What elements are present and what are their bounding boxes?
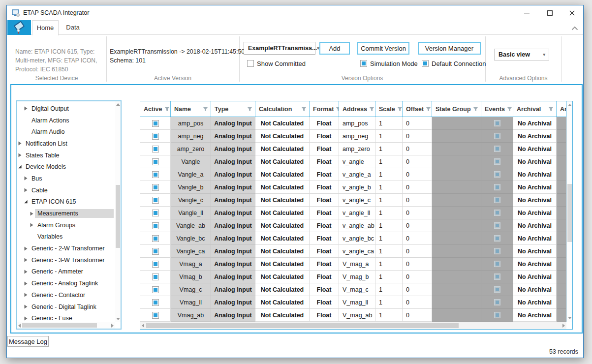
active-checkbox[interactable] <box>152 210 159 216</box>
cell-archival[interactable]: No Archival <box>513 283 557 296</box>
expander-collapsed-icon[interactable] <box>24 246 28 251</box>
filter-funnel-icon[interactable] <box>369 107 374 112</box>
cell-format[interactable]: Float <box>310 296 339 309</box>
cell-calculation[interactable]: Not Calculated <box>255 117 310 130</box>
cell-offset[interactable]: 0 <box>403 296 432 309</box>
cell-calculation[interactable]: Not Calculated <box>255 130 310 143</box>
cell-active[interactable] <box>140 181 171 194</box>
cell-scale[interactable]: 1 <box>375 283 403 296</box>
cell-active[interactable] <box>140 143 171 155</box>
cell-archival[interactable]: No Archival <box>513 271 557 283</box>
filter-funnel-icon[interactable] <box>164 107 170 112</box>
tree-item[interactable]: Alarm Audio <box>18 126 115 138</box>
cell-archival[interactable]: No Archival <box>513 258 557 271</box>
active-checkbox[interactable] <box>152 261 159 268</box>
cell-offset[interactable]: 0 <box>403 271 432 283</box>
column-header-events[interactable]: Events <box>481 101 513 117</box>
expander-expanded-icon[interactable] <box>24 199 28 204</box>
cell-offset[interactable]: 0 <box>403 207 432 219</box>
expander-collapsed-icon[interactable] <box>24 292 28 298</box>
cell-calculation[interactable]: Not Calculated <box>255 194 310 207</box>
column-header-type[interactable]: Type <box>211 101 255 117</box>
expander-collapsed-icon[interactable] <box>18 141 22 146</box>
simulation-mode-checkbox[interactable]: Simulation Mode <box>360 60 418 67</box>
tree-item[interactable]: Generic - 2-W Transformer <box>18 243 115 254</box>
tree-item[interactable]: Generic - Digital Taglink <box>18 301 115 313</box>
cell-archival[interactable]: No Archival <box>513 232 557 245</box>
cell-offset[interactable]: 0 <box>403 245 432 258</box>
cell-format[interactable]: Float <box>310 245 339 258</box>
cell-address[interactable]: v_angle_ca <box>339 245 375 258</box>
cell-active[interactable] <box>140 232 171 245</box>
cell-calculation[interactable]: Not Calculated <box>255 232 310 245</box>
filter-funnel-icon[interactable] <box>397 107 403 112</box>
grid-vertical-scrollbar[interactable] <box>566 101 572 322</box>
cell-format[interactable]: Float <box>310 258 339 271</box>
tree-vertical-scrollbar[interactable] <box>115 101 121 322</box>
expander-collapsed-icon[interactable] <box>24 176 28 181</box>
active-checkbox[interactable] <box>152 222 159 229</box>
cell-active[interactable] <box>140 283 171 296</box>
active-checkbox[interactable] <box>152 133 159 140</box>
cell-scale[interactable]: 1 <box>375 194 403 207</box>
expander-collapsed-icon[interactable] <box>24 257 28 263</box>
cell-active[interactable] <box>140 258 171 271</box>
column-header-address[interactable]: Address <box>339 101 375 117</box>
filter-funnel-icon[interactable] <box>426 107 431 112</box>
column-header-arc[interactable]: Arc <box>557 101 566 117</box>
active-checkbox[interactable] <box>152 248 159 255</box>
cell-address[interactable]: V_mag_b <box>339 271 375 283</box>
cell-scale[interactable]: 1 <box>375 271 403 283</box>
scroll-up-icon[interactable] <box>116 103 120 106</box>
filter-funnel-icon[interactable] <box>247 107 252 112</box>
cell-format[interactable]: Float <box>310 194 339 207</box>
cell-active[interactable] <box>140 194 171 207</box>
tree-item[interactable]: Generic - Ammeter <box>18 266 115 278</box>
cell-calculation[interactable]: Not Calculated <box>255 296 310 309</box>
close-button[interactable] <box>563 5 580 20</box>
message-log-button[interactable]: Message Log <box>7 336 49 347</box>
cell-offset[interactable]: 0 <box>403 258 432 271</box>
cell-calculation[interactable]: Not Calculated <box>255 207 310 219</box>
tree-vscroll-thumb[interactable] <box>116 185 120 248</box>
checkbox-box[interactable] <box>247 60 254 67</box>
grid-horizontal-scrollbar[interactable] <box>140 322 566 329</box>
cell-address[interactable]: V_mag_c <box>339 283 375 296</box>
cell-active[interactable] <box>140 245 171 258</box>
tree-item[interactable]: Alarm Groups <box>18 219 115 231</box>
cell-offset[interactable]: 0 <box>403 181 432 194</box>
cell-archival[interactable]: No Archival <box>513 219 557 232</box>
cell-scale[interactable]: 1 <box>375 309 403 322</box>
show-committed-checkbox[interactable]: Show Committed <box>247 60 306 67</box>
cell-calculation[interactable]: Not Calculated <box>255 309 310 322</box>
cell-active[interactable] <box>140 207 171 219</box>
cell-format[interactable]: Float <box>310 155 339 168</box>
tree-item[interactable]: Generic - Contactor <box>18 289 115 301</box>
version-combo[interactable]: ExampleRTTransmiss... ▾ <box>244 42 315 55</box>
cell-format[interactable]: Float <box>310 130 339 143</box>
tree-item[interactable]: Bus <box>18 173 115 184</box>
cell-archival[interactable]: No Archival <box>513 130 557 143</box>
cell-format[interactable]: Float <box>310 117 339 130</box>
cell-scale[interactable]: 1 <box>375 219 403 232</box>
column-header-format[interactable]: Format <box>310 101 339 117</box>
version-manager-button[interactable]: Version Manager <box>418 42 481 55</box>
cell-active[interactable] <box>140 309 171 322</box>
cell-calculation[interactable]: Not Calculated <box>255 168 310 181</box>
cell-address[interactable]: v_angle_ll <box>339 207 375 219</box>
expander-collapsed-icon[interactable] <box>18 152 22 158</box>
cell-format[interactable]: Float <box>310 219 339 232</box>
tab-data[interactable]: Data <box>60 20 86 35</box>
cell-address[interactable]: amp_zero <box>339 143 375 155</box>
cell-calculation[interactable]: Not Calculated <box>255 181 310 194</box>
cell-scale[interactable]: 1 <box>375 168 403 181</box>
active-checkbox[interactable] <box>152 299 159 306</box>
active-checkbox[interactable] <box>152 235 159 242</box>
cell-scale[interactable]: 1 <box>375 143 403 155</box>
cell-calculation[interactable]: Not Calculated <box>255 245 310 258</box>
cell-address[interactable]: v_angle_bc <box>339 232 375 245</box>
grid-hscroll-thumb[interactable] <box>146 323 459 328</box>
filter-funnel-icon[interactable] <box>507 107 512 112</box>
active-checkbox[interactable] <box>152 120 159 127</box>
commit-version-button[interactable]: Commit Version <box>357 42 409 55</box>
